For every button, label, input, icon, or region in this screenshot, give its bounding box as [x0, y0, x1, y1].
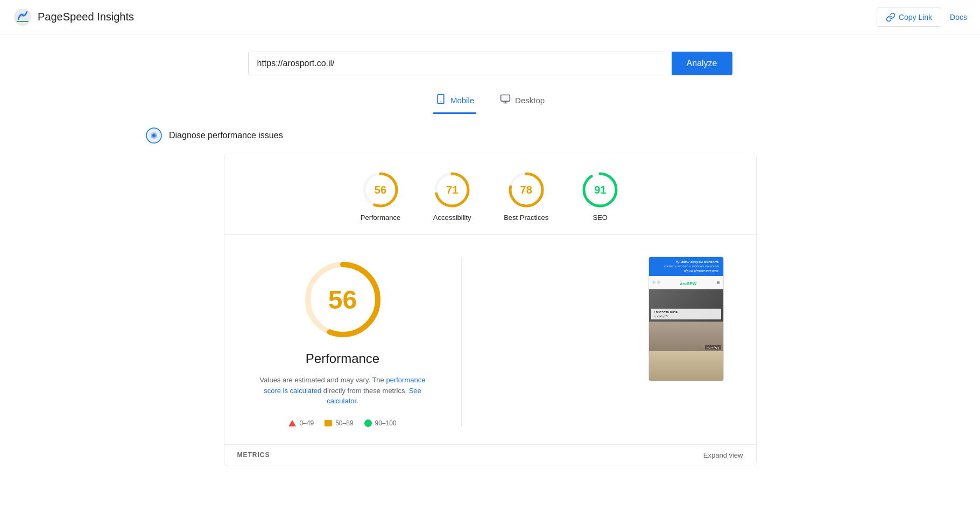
- tab-desktop-label: Desktop: [515, 96, 545, 105]
- legend-green-range: 90–100: [375, 419, 397, 427]
- browser-dot-1: [652, 281, 655, 284]
- copy-link-label: Copy Link: [899, 13, 932, 22]
- legend-orange-range: 50–89: [335, 419, 353, 427]
- header-right: Copy Link Docs: [877, 8, 967, 27]
- scores-row: 56 Performance 71 Accessibility: [224, 153, 756, 235]
- diagnose-section: Diagnose performance issues: [0, 114, 980, 153]
- vertical-divider: [461, 257, 462, 427]
- detail-section: 56 Performance Values are estimated and …: [224, 235, 756, 444]
- screenshot-top-text: כל הפרטים שמעניינים אתכם, על ספורטאים המ…: [653, 260, 719, 273]
- legend-red-range: 0–49: [299, 419, 314, 427]
- screenshot-logo-text: ároSPW: [680, 281, 697, 286]
- score-item-best-practices[interactable]: 78 Best Practices: [504, 170, 548, 222]
- tab-mobile-label: Mobile: [450, 96, 474, 105]
- score-item-seo[interactable]: 91 SEO: [581, 170, 619, 222]
- legend-orange: 50–89: [325, 419, 353, 427]
- screenshot-image-1: × פריטים בסל הקניות ← לחץ למנוי: [649, 289, 723, 322]
- perf-gauge: 56 Performance Values are estimated and …: [257, 257, 429, 427]
- diagnose-title: Diagnose performance issues: [169, 131, 283, 140]
- score-item-performance[interactable]: 56 Performance: [361, 170, 400, 222]
- screenshot-browser-bar: ároSPW ≡: [649, 276, 723, 289]
- analyze-button[interactable]: Analyze: [672, 52, 732, 75]
- score-circle-performance: 56: [361, 170, 400, 209]
- perf-description: Values are estimated and may vary. The p…: [257, 375, 429, 407]
- app-title: PageSpeed Insights: [38, 11, 134, 23]
- score-label-accessibility: Accessibility: [433, 213, 471, 222]
- score-label-performance: Performance: [361, 213, 400, 222]
- score-value-seo: 91: [594, 184, 606, 196]
- metrics-label: METRICS: [237, 451, 270, 459]
- score-circle-accessibility: 71: [433, 170, 471, 209]
- link-icon: [886, 12, 896, 22]
- screenshot-logo-area: ároSPW: [680, 278, 697, 287]
- browser-menu-icon: ≡: [717, 280, 720, 286]
- browser-icons: [652, 281, 660, 284]
- perf-desc-mid: directly from these metrics.: [321, 387, 409, 395]
- legend-green: 90–100: [364, 419, 397, 427]
- search-section: Analyze: [0, 34, 980, 84]
- docs-link[interactable]: Docs: [950, 13, 967, 22]
- screenshot-image-3: [649, 351, 723, 381]
- score-label-seo: SEO: [593, 213, 608, 222]
- large-score-circle: 56: [300, 257, 386, 343]
- score-value-accessibility: 71: [446, 184, 458, 196]
- screenshot-label-2: נעלי ריצה: [705, 345, 721, 350]
- score-value-best-practices: 78: [520, 184, 532, 196]
- screenshot-top-bar: כל הפרטים שמעניינים אתכם, על ספורטאים המ…: [649, 257, 723, 276]
- url-input[interactable]: [248, 52, 672, 75]
- score-value-performance: 56: [375, 184, 386, 196]
- tab-desktop[interactable]: Desktop: [498, 88, 547, 114]
- legend-red: 0–49: [288, 419, 314, 427]
- screenshot-card: כל הפרטים שמעניינים אתכם, על ספורטאים המ…: [648, 257, 724, 381]
- score-label-best-practices: Best Practices: [504, 213, 548, 222]
- green-circle-icon: [364, 419, 372, 427]
- mobile-icon: [435, 94, 446, 107]
- pagespeed-logo: [13, 8, 32, 27]
- svg-point-1: [20, 13, 25, 17]
- search-bar: Analyze: [248, 52, 732, 75]
- perf-desc-static: Values are estimated and may vary. The: [260, 376, 386, 384]
- metrics-bar: METRICS Expand view: [224, 444, 756, 466]
- perf-detail-title: Performance: [306, 351, 379, 366]
- diagnose-icon: [145, 127, 163, 144]
- large-score-value: 56: [328, 285, 357, 315]
- expand-view-button[interactable]: Expand view: [703, 451, 743, 459]
- legend-row: 0–49 50–89 90–100: [288, 419, 396, 427]
- header: PageSpeed Insights Copy Link Docs: [0, 0, 980, 34]
- red-triangle-icon: [288, 420, 296, 426]
- score-item-accessibility[interactable]: 71 Accessibility: [433, 170, 471, 222]
- score-circle-best-practices: 78: [507, 170, 546, 209]
- svg-rect-4: [501, 95, 510, 102]
- tabs-section: Mobile Desktop: [0, 84, 980, 114]
- screenshot-overlay-1: × פריטים בסל הקניות ← לחץ למנוי: [651, 309, 721, 319]
- screenshot-image-2: נעלי ריצה: [649, 322, 723, 351]
- screenshot-section: כל הפרטים שמעניינים אתכם, על ספורטאים המ…: [494, 257, 724, 381]
- tab-mobile[interactable]: Mobile: [433, 88, 476, 114]
- desktop-icon: [500, 94, 511, 107]
- orange-square-icon: [325, 420, 332, 426]
- svg-point-9: [152, 134, 156, 137]
- main-card: 56 Performance 71 Accessibility: [224, 153, 757, 466]
- score-circle-seo: 91: [581, 170, 619, 209]
- browser-dot-2: [657, 281, 660, 284]
- copy-link-button[interactable]: Copy Link: [877, 8, 941, 27]
- header-left: PageSpeed Insights: [13, 8, 134, 27]
